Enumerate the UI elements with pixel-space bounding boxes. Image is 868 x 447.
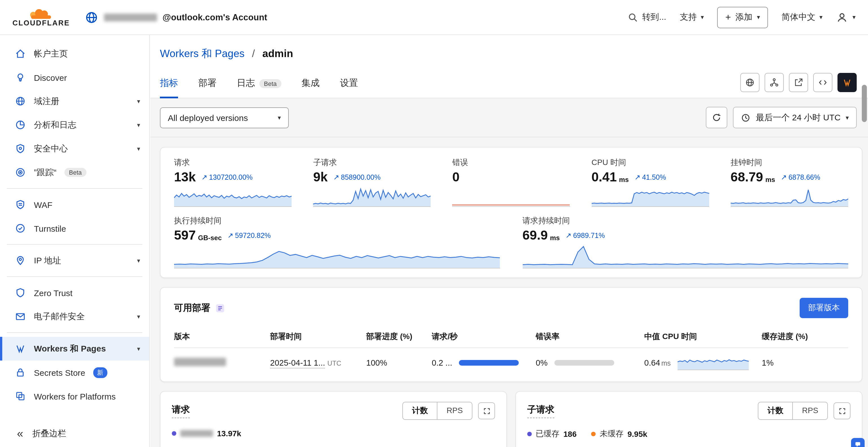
sidebar-item-label: 域注册 <box>34 96 59 106</box>
beta-badge: Beta <box>259 79 281 88</box>
sidebar-item-workers-pages[interactable]: Workers 和 Pages ▾ <box>0 337 149 360</box>
trend-up-icon: ↗ <box>634 173 640 182</box>
expand-chart-button[interactable] <box>834 402 850 419</box>
error-rate-bar <box>554 360 614 365</box>
support-menu[interactable]: 支持 ▾ <box>680 12 704 23</box>
toggle-rps[interactable]: RPS <box>437 402 472 419</box>
breadcrumb-separator: / <box>252 47 255 59</box>
new-badge: 新 <box>93 367 107 378</box>
tab-deployments[interactable]: 部署 <box>198 77 216 98</box>
sidebar-item-label: IP 地址 <box>34 255 61 266</box>
deploy-time-cell[interactable]: 2025-04-11 1...UTC <box>270 358 366 367</box>
tab-metrics[interactable]: 指标 <box>160 77 178 98</box>
sidebar-item-workers-for-platforms[interactable]: Workers for Platforms <box>0 384 149 408</box>
trend-up-icon: ↗ <box>333 173 339 182</box>
wall-time-sparkline <box>731 187 848 207</box>
language-menu[interactable]: 简体中文 ▾ <box>781 12 823 23</box>
sidebar-item-email-security[interactable]: 电子邮件安全 ▾ <box>0 305 149 328</box>
toggle-count[interactable]: 计数 <box>758 402 793 419</box>
legend-item-cached[interactable]: 已缓存 186 <box>527 429 577 439</box>
metric-value: 69.9 <box>522 229 548 242</box>
sidebar-item-label: WAF <box>34 200 53 210</box>
execution-duration-sparkline <box>174 244 500 268</box>
chat-widget-button[interactable] <box>851 438 865 447</box>
collapse-icon: « <box>17 428 23 439</box>
chevron-down-icon: ▾ <box>701 14 704 20</box>
metric-request-duration: 请求持续时间 69.9 ms ↗6989.71% <box>522 216 848 268</box>
workers-playground-button[interactable] <box>837 73 857 92</box>
clock-icon <box>741 113 751 122</box>
error-rate-cell: 0% <box>536 358 644 367</box>
external-link-icon <box>794 77 804 88</box>
breadcrumb-parent-link[interactable]: Workers 和 Pages <box>160 47 245 59</box>
pipeline-button[interactable] <box>765 73 784 92</box>
sidebar-item-secrets-store[interactable]: Secrets Store 新 <box>0 360 149 384</box>
open-external-button[interactable] <box>789 73 808 92</box>
redacted-version-id <box>174 357 226 366</box>
legend-label: 未缓存 <box>600 429 624 439</box>
time-range-dropdown[interactable]: 最后一个 24 小时 UTC ▾ <box>733 107 857 128</box>
col-version: 版本 <box>174 332 270 342</box>
deployment-row[interactable]: 2025-04-11 1...UTC 100% 0.2 ... 0% 0.64m… <box>174 348 848 378</box>
sidebar-item-waf[interactable]: WAF <box>0 193 149 217</box>
collapse-label: 折叠边栏 <box>32 428 66 439</box>
sidebar-item-label: Discover <box>34 73 67 82</box>
sidebar-item-turnstile[interactable]: Turnstile <box>0 217 149 240</box>
mail-icon <box>15 311 26 322</box>
expand-chart-button[interactable] <box>478 402 495 419</box>
legend-dot <box>172 431 176 436</box>
sidebar-item-analytics[interactable]: 分析和日志 ▾ <box>0 113 149 137</box>
tab-logs[interactable]: 日志Beta <box>237 77 281 98</box>
deployments-table-header: 版本 部署时间 部署进度 (%) 请求/秒 错误率 中值 CPU 时间 缓存进度… <box>174 327 848 348</box>
sidebar-item-trace[interactable]: ”跟踪“ Beta <box>0 160 149 184</box>
search-icon <box>628 12 638 22</box>
trend-up-icon: ↗ <box>202 173 207 182</box>
count-rps-toggle: 计数 RPS <box>758 402 828 420</box>
preview-url-button[interactable] <box>740 73 760 92</box>
legend-item-uncached[interactable]: 未缓存 9.95k <box>591 429 647 439</box>
col-error-rate: 错误率 <box>536 332 644 342</box>
sidebar-item-account-home[interactable]: 帐户主页 <box>0 42 149 66</box>
chevron-down-icon: ▾ <box>852 14 856 20</box>
sidebar-item-domains[interactable]: 域注册 ▾ <box>0 89 149 113</box>
lock-icon <box>15 367 26 378</box>
sidebar-divider <box>7 276 143 277</box>
col-deploy-progress: 部署进度 (%) <box>366 332 432 342</box>
sidebar-item-label: 安全中心 <box>34 143 68 154</box>
expand-icon <box>482 407 491 415</box>
scrollbar-thumb[interactable] <box>862 85 867 122</box>
collapse-sidebar-button[interactable]: « 折叠边栏 <box>0 428 149 439</box>
chart-title: 子请求 <box>527 404 554 418</box>
tab-integrations[interactable]: 集成 <box>302 77 319 98</box>
sidebar-item-ip-addresses[interactable]: IP 地址 ▾ <box>0 249 149 273</box>
cloudflare-logo[interactable]: CLOUDFLARE <box>12 7 70 27</box>
add-button[interactable]: + 添加 ▾ <box>717 6 768 28</box>
sidebar-item-security-center[interactable]: 安全中心 ▾ <box>0 137 149 160</box>
tab-settings[interactable]: 设置 <box>340 77 358 98</box>
version-filter-value: All deployed versions <box>168 113 248 122</box>
docs-icon[interactable] <box>215 302 225 313</box>
toggle-count[interactable]: 计数 <box>403 402 437 419</box>
metric-label: 请求 <box>174 158 291 168</box>
trend-up-icon: ↗ <box>781 173 786 182</box>
sidebar-item-zero-trust[interactable]: Zero Trust <box>0 281 149 305</box>
version-filter-dropdown[interactable]: All deployed versions ▾ <box>160 107 289 128</box>
refresh-button[interactable] <box>706 107 727 128</box>
shield-icon <box>15 199 26 210</box>
redacted-legend-label <box>180 430 213 437</box>
metric-change: ↗59720.82% <box>227 231 271 240</box>
global-search[interactable]: 转到... <box>628 12 666 23</box>
toggle-rps[interactable]: RPS <box>793 402 827 419</box>
refresh-icon <box>712 113 722 123</box>
deploy-version-button[interactable]: 部署版本 <box>800 298 848 318</box>
workers-icon <box>15 343 26 354</box>
edit-code-button[interactable] <box>813 73 832 92</box>
check-circle-icon <box>15 223 26 234</box>
sidebar-item-discover[interactable]: Discover <box>0 66 149 89</box>
plus-icon: + <box>725 11 731 23</box>
user-menu[interactable]: ▾ <box>836 11 856 24</box>
tabs-row: 指标 部署 日志Beta 集成 设置 <box>160 73 857 98</box>
chart-legend: 13.97k <box>172 429 495 438</box>
legend-item[interactable]: 13.97k <box>172 429 241 438</box>
sidebar-item-label: Turnstile <box>34 224 66 233</box>
